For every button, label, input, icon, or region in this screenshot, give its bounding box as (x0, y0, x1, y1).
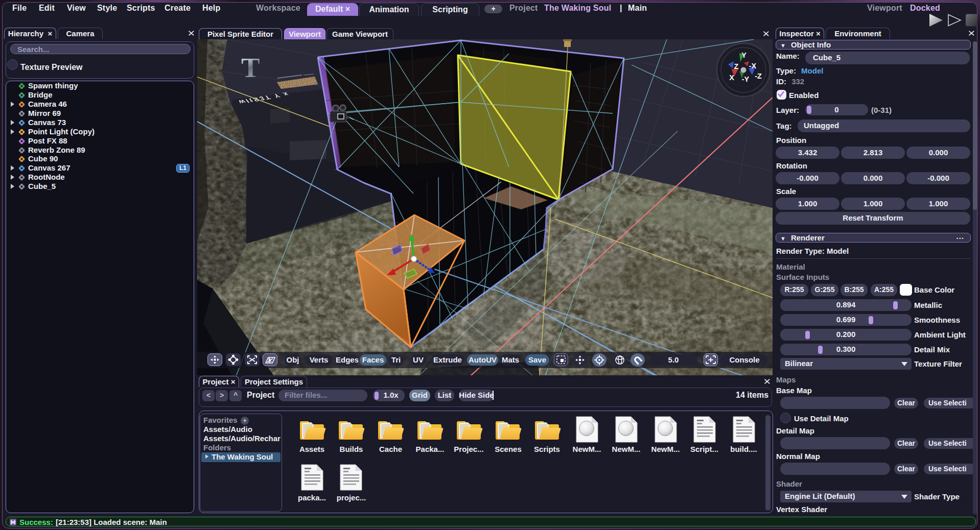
svg-text:X: X (729, 74, 734, 82)
svg-text:Y: Y (741, 51, 746, 59)
svg-text:-Z: -Z (755, 72, 762, 80)
svg-text:-X: -X (749, 62, 757, 70)
svg-text:-Y: -Y (742, 75, 750, 83)
svg-text:T: T (241, 52, 260, 83)
svg-text:Z: Z (734, 62, 739, 70)
